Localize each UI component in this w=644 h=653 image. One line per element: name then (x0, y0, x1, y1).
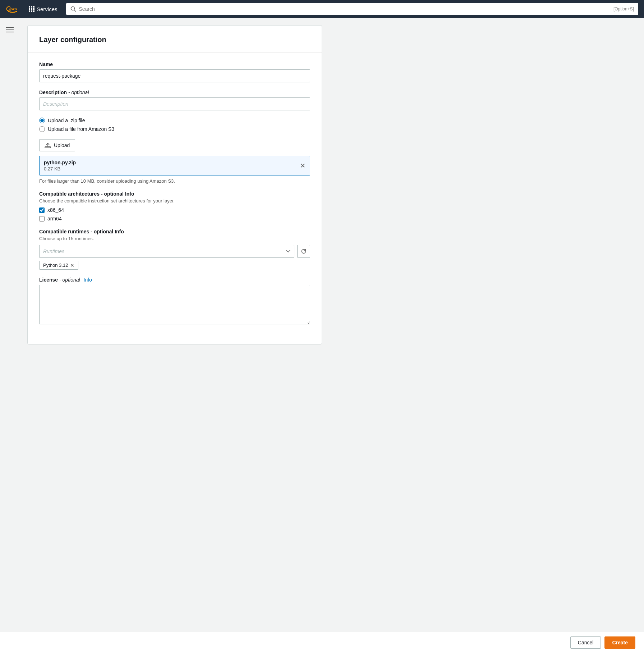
upload-icon (45, 142, 51, 149)
file-size: 0.27 KB (44, 166, 76, 172)
search-shortcut: [Option+S] (613, 6, 634, 12)
section-divider (28, 52, 322, 53)
cancel-button[interactable]: Cancel (570, 636, 601, 649)
runtime-tag-remove-button[interactable]: ✕ (70, 263, 74, 268)
arch-x86-label: x86_64 (47, 207, 64, 213)
svg-text:aws: aws (9, 6, 17, 11)
license-label: License - optional Info (39, 277, 310, 283)
search-input[interactable] (79, 6, 611, 12)
runtime-tag-label: Python 3.12 (43, 262, 68, 268)
description-label: Description - optional (39, 90, 310, 95)
upload-button-label: Upload (54, 142, 70, 148)
arch-label: Compatible architectures - optional Info (39, 191, 310, 197)
runtimes-optional: - optional (91, 229, 113, 234)
page-title: Layer configuration (39, 36, 310, 44)
arch-optional: - optional (101, 191, 124, 197)
upload-s3-option[interactable]: Upload a file from Amazon S3 (39, 126, 310, 132)
description-optional: - optional (68, 90, 89, 95)
top-nav: aws Services [Option+S] (0, 0, 644, 18)
svg-rect-3 (45, 147, 51, 148)
arch-x86-checkbox[interactable] (39, 207, 45, 213)
refresh-icon (301, 248, 307, 254)
grid-icon (29, 6, 34, 12)
upload-zip-radio[interactable] (39, 118, 45, 123)
name-group: Name (39, 61, 310, 82)
runtime-select[interactable]: Runtimes (39, 245, 294, 258)
name-label: Name (39, 61, 310, 67)
aws-logo: aws (6, 4, 20, 14)
arch-hint: Choose the compatible instruction set ar… (39, 198, 310, 204)
search-icon (70, 6, 76, 12)
upload-button[interactable]: Upload (39, 139, 75, 151)
file-hint: For files larger than 10 MB, consider up… (39, 178, 310, 184)
runtimes-info-link[interactable]: Info (115, 229, 124, 234)
file-name: python.py.zip (44, 160, 76, 165)
upload-s3-label: Upload a file from Amazon S3 (48, 126, 114, 132)
search-bar[interactable]: [Option+S] (66, 3, 638, 15)
file-info: python.py.zip 0.27 KB (44, 160, 76, 172)
description-input[interactable] (39, 97, 310, 110)
runtime-row: Runtimes (39, 245, 310, 258)
arch-info-link[interactable]: Info (125, 191, 134, 197)
services-label: Services (37, 6, 58, 12)
form-card: Layer configuration Name Description - o… (27, 25, 322, 344)
license-optional: - optional (59, 277, 80, 283)
file-display: python.py.zip 0.27 KB ✕ (39, 156, 310, 175)
svg-line-2 (74, 10, 76, 12)
arch-x86-option[interactable]: x86_64 (39, 207, 310, 213)
runtimes-label: Compatible runtimes - optional Info (39, 229, 310, 234)
upload-zip-option[interactable]: Upload a .zip file (39, 118, 310, 123)
license-info-link[interactable]: Info (84, 277, 92, 283)
name-input[interactable] (39, 69, 310, 82)
main-content: Layer configuration Name Description - o… (20, 18, 644, 653)
arch-arm-option[interactable]: arm64 (39, 216, 310, 222)
arch-arm-checkbox[interactable] (39, 216, 45, 222)
runtimes-group: Compatible runtimes - optional Info Choo… (39, 229, 310, 270)
arch-arm-label: arm64 (47, 216, 62, 222)
sidebar-toggle[interactable] (6, 26, 14, 34)
license-group: License - optional Info (39, 277, 310, 325)
architectures-group: Compatible architectures - optional Info… (39, 191, 310, 222)
runtime-tags: Python 3.12 ✕ (39, 261, 310, 270)
description-group: Description - optional (39, 90, 310, 110)
license-textarea[interactable] (39, 285, 310, 324)
refresh-button[interactable] (297, 245, 310, 258)
runtimes-hint: Choose up to 15 runtimes. (39, 236, 310, 241)
runtime-tag-python312: Python 3.12 ✕ (39, 261, 78, 270)
upload-type-group: Upload a .zip file Upload a file from Am… (39, 118, 310, 132)
upload-s3-radio[interactable] (39, 126, 45, 132)
upload-zip-label: Upload a .zip file (48, 118, 85, 123)
bottom-bar: Cancel Create (0, 632, 644, 653)
file-remove-button[interactable]: ✕ (300, 163, 305, 169)
create-button[interactable]: Create (604, 636, 635, 649)
services-button[interactable]: Services (26, 5, 60, 14)
